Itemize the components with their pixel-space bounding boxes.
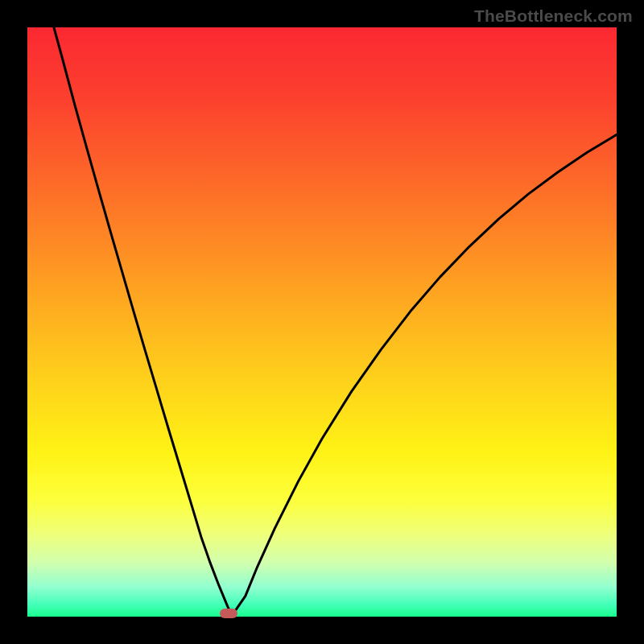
curve-svg — [27, 27, 617, 617]
optimal-marker — [220, 609, 237, 618]
bottleneck-curve — [54, 27, 617, 613]
watermark-text: TheBottleneck.com — [474, 6, 633, 26]
plot-area — [27, 27, 617, 617]
chart-frame: TheBottleneck.com — [0, 0, 644, 644]
